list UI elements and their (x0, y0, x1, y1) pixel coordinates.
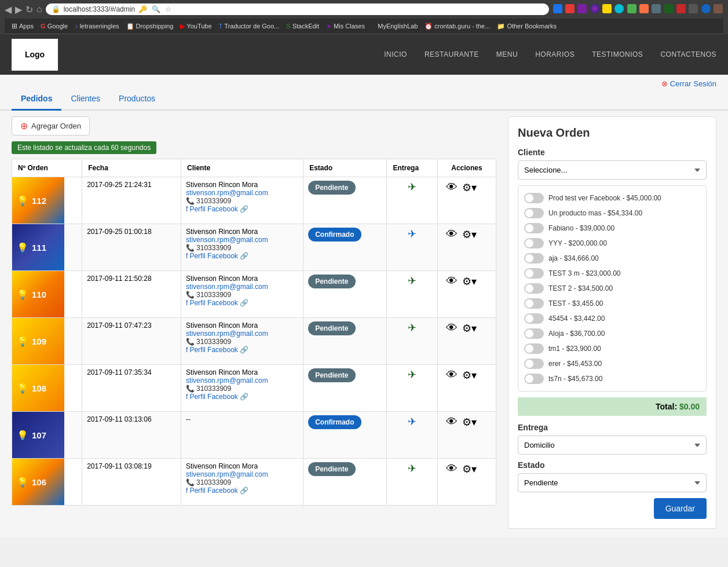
nav-testimonios[interactable]: TESTIMONIOS (592, 50, 643, 58)
bookmark-youtube[interactable]: ▶ YouTube (178, 21, 214, 31)
plane-icon[interactable]: ✈ (408, 275, 416, 287)
bookmark-stackedit[interactable]: S StackEdit (284, 21, 321, 31)
bulb-icon: 💡 (17, 195, 28, 206)
client-email[interactable]: stivenson.rpm@gmail.com (186, 470, 298, 478)
orders-table: Nº Orden Fecha Cliente Estado Entrega Ac… (12, 159, 496, 506)
plane-icon[interactable]: ✈ (408, 181, 416, 193)
forward-button[interactable]: ▶ (15, 4, 22, 15)
gear-settings[interactable]: ⚙▾ (462, 228, 477, 241)
home-button[interactable]: ⌂ (36, 4, 42, 14)
order-estado: Pendiente (303, 459, 387, 506)
cliente-select[interactable]: Seleccione... (518, 160, 707, 180)
product-toggle[interactable] (524, 223, 544, 233)
col-fecha: Fecha (82, 159, 181, 177)
nav-menu[interactable]: MENU (496, 50, 518, 58)
view-icon[interactable]: 👁 (446, 368, 458, 382)
tab-productos[interactable]: Productos (109, 88, 164, 111)
url-text: localhost:3333/#/admin (64, 5, 135, 13)
product-toggle[interactable] (524, 374, 544, 384)
view-icon[interactable]: 👁 (446, 228, 458, 241)
refresh-button[interactable]: ↻ (25, 4, 33, 15)
order-cliente: Stivenson Rincon Morastivenson.rpm@gmail… (181, 459, 303, 506)
plane-icon[interactable]: ✈ (408, 416, 416, 427)
product-toggle[interactable] (524, 193, 544, 203)
plane-icon[interactable]: ✈ (408, 463, 416, 474)
browser-nav: ◀ ▶ ↻ ⌂ 🔒 localhost:3333/#/admin 🔑 🔍 ☆ (5, 3, 723, 15)
client-facebook[interactable]: fPerfil Facebook 🔗 (186, 346, 298, 354)
client-facebook[interactable]: fPerfil Facebook 🔗 (186, 486, 298, 495)
admin-tabs: Pedidos Clientes Productos (0, 88, 728, 111)
view-icon[interactable]: 👁 (446, 462, 458, 475)
estado-badge: Pendiente (308, 275, 355, 288)
search-icon: 🔍 (152, 5, 160, 13)
product-toggle[interactable] (524, 208, 544, 218)
client-email[interactable]: stivenson.rpm@gmail.com (186, 283, 298, 291)
client-email[interactable]: stivenson.rpm@gmail.com (186, 330, 298, 338)
entrega-select[interactable]: DomicilioLocalPickup (518, 436, 707, 455)
gear-settings[interactable]: ⚙▾ (462, 181, 477, 194)
tab-clientes[interactable]: Clientes (61, 88, 109, 111)
client-email[interactable]: stivenson.rpm@gmail.com (186, 236, 298, 244)
client-facebook[interactable]: fPerfil Facebook 🔗 (186, 205, 298, 213)
order-acciones: 👁 ⚙▾ (437, 365, 496, 412)
gear-settings[interactable]: ⚙▾ (462, 463, 477, 475)
url-bar[interactable]: 🔒 localhost:3333/#/admin 🔑 🔍 ☆ (46, 3, 549, 15)
client-phone: 📞310333909 (186, 197, 298, 205)
order-acciones: 👁 ⚙▾ (437, 271, 496, 318)
view-icon[interactable]: 👁 (446, 275, 458, 288)
product-item: TEST 2 - $34,500.00 (523, 281, 701, 296)
gear-settings[interactable]: ⚙▾ (462, 369, 477, 382)
bookmark-apps[interactable]: ⊞ Apps (9, 21, 36, 31)
estado-select[interactable]: PendienteConfirmadoCancelado (518, 473, 707, 492)
plane-icon[interactable]: ✈ (408, 228, 416, 240)
bookmark-crontab[interactable]: ⏰ crontab.guru - the... (422, 21, 492, 31)
bookmark-other[interactable]: 📁 Other Bookmarks (495, 21, 559, 31)
nav-inicio[interactable]: INICIO (384, 50, 407, 58)
product-toggle[interactable] (524, 298, 544, 309)
client-facebook[interactable]: fPerfil Facebook 🔗 (186, 393, 298, 401)
nav-contactenos[interactable]: CONTACTENOS (660, 50, 716, 58)
product-toggle[interactable] (524, 253, 544, 264)
gear-settings[interactable]: ⚙▾ (462, 416, 477, 429)
total-label: Total: (656, 402, 677, 411)
bookmark-myenglishlab[interactable]: P MyEnglishLab (370, 21, 420, 31)
bookmark-misclases[interactable]: ★ Mis Clases (324, 21, 367, 31)
nav-restaurante[interactable]: RESTAURANTE (425, 50, 479, 58)
product-item: TEST - $3,455.00 (523, 296, 701, 311)
client-facebook[interactable]: fPerfil Facebook 🔗 (186, 252, 298, 260)
client-email[interactable]: stivenson.rpm@gmail.com (186, 376, 298, 385)
product-toggle[interactable] (524, 268, 544, 279)
guardar-button[interactable]: Guardar (654, 498, 707, 519)
plane-icon[interactable]: ✈ (408, 322, 416, 334)
view-icon[interactable]: 👁 (446, 321, 458, 335)
product-toggle[interactable] (524, 359, 544, 369)
back-button[interactable]: ◀ (5, 4, 12, 15)
gear-settings[interactable]: ⚙▾ (462, 322, 477, 335)
product-toggle[interactable] (524, 328, 544, 339)
bookmark-google[interactable]: G Google (38, 21, 70, 31)
order-acciones: 👁 ⚙▾ (437, 459, 496, 506)
product-name: Un producto mas - $54,334.00 (548, 209, 642, 217)
bookmark-letraseningles[interactable]: ♪ letraseningles (72, 21, 121, 31)
client-facebook[interactable]: fPerfil Facebook 🔗 (186, 299, 298, 307)
bookmark-dropshipping[interactable]: 📋 Dropshipping (124, 21, 176, 31)
star-icon: ☆ (165, 5, 171, 13)
bookmark-traductor[interactable]: T Traductor de Goo... (217, 21, 282, 31)
product-item: ts7n - $45,673.00 (523, 371, 701, 386)
gear-settings[interactable]: ⚙▾ (462, 275, 477, 288)
cerrar-sesion-button[interactable]: ⊗ Cerrar Sesión (661, 79, 716, 88)
product-toggle[interactable] (524, 313, 544, 324)
client-email[interactable]: stivenson.rpm@gmail.com (186, 189, 298, 197)
cliente-label: Cliente (518, 148, 707, 157)
nav-horarios[interactable]: HORARIOS (535, 50, 575, 58)
product-item: YYY - $200,000.00 (523, 236, 701, 251)
view-icon[interactable]: 👁 (446, 415, 458, 429)
plane-icon[interactable]: ✈ (408, 369, 416, 381)
product-toggle[interactable] (524, 283, 544, 294)
product-toggle[interactable] (524, 238, 544, 248)
product-toggle[interactable] (524, 343, 544, 354)
refresh-notice: Este listado se actualiza cada 60 segund… (12, 141, 156, 154)
tab-pedidos[interactable]: Pedidos (12, 88, 61, 111)
agregar-orden-button[interactable]: ⊕ Agregar Orden (12, 116, 90, 136)
view-icon[interactable]: 👁 (446, 181, 458, 194)
